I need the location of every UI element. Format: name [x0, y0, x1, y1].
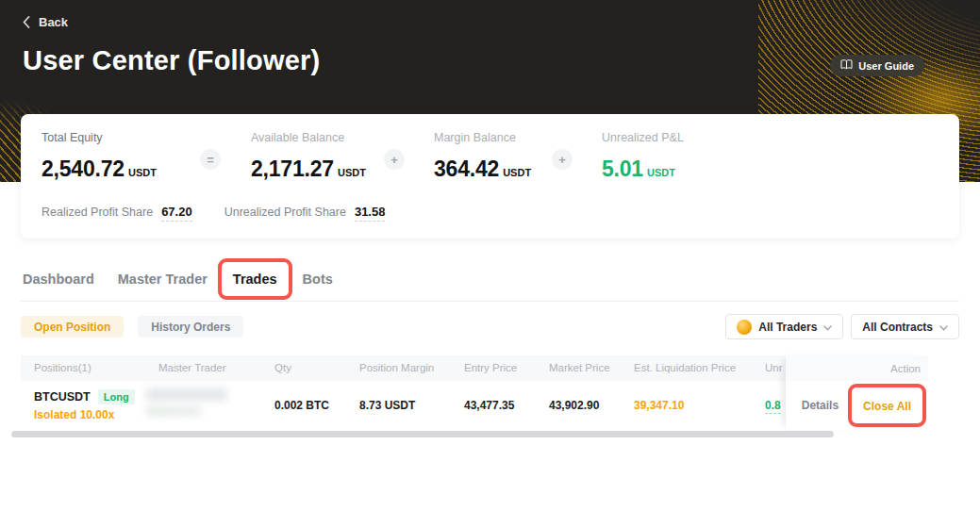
main-tabs: Dashboard Master Trader Trades Bots: [21, 239, 959, 302]
col-action: Action: [786, 355, 928, 381]
margin-mode-leverage: Isolated 10.00x: [34, 408, 135, 421]
stat-unit: USDT: [128, 167, 157, 178]
symbol: BTCUSDT: [34, 390, 91, 404]
user-guide-label: User Guide: [858, 60, 914, 72]
tab-bots[interactable]: Bots: [303, 272, 333, 287]
back-chevron-icon: [23, 16, 30, 28]
col-unrealized-truncated: Unr: [765, 362, 783, 373]
equity-summary-card: Total Equity 2,540.72USDT = Available Ba…: [21, 114, 959, 239]
unrealized-profit-share-label: Unrealized Profit Share: [224, 206, 346, 219]
all-traders-dropdown[interactable]: All Traders: [725, 314, 843, 339]
stat-value: 2,171.27: [251, 157, 334, 181]
subtabs: Open Position History Orders: [21, 316, 243, 338]
positions-table: Positions(1) Master Trader Qty Position …: [21, 355, 928, 430]
qty-value: 0.002 BTC: [274, 399, 329, 412]
annotation-box-trades: Trades: [218, 258, 292, 300]
entry-price-value: 43,477.35: [464, 399, 514, 412]
stat-unit: USDT: [647, 167, 675, 178]
table-row: BTCUSDT Long Isolated 10.00x 0.002 BTC 8…: [21, 381, 786, 430]
subtab-history-orders[interactable]: History Orders: [138, 316, 243, 338]
chevron-down-icon: [823, 321, 832, 334]
tab-trades[interactable]: Trades: [233, 272, 277, 287]
master-trader-blurred: [146, 388, 233, 422]
user-guide-button[interactable]: User Guide: [830, 55, 924, 76]
realized-profit-share-value[interactable]: 67.20: [161, 205, 192, 222]
stat-margin-balance: Margin Balance 364.42USDT: [434, 131, 531, 182]
col-entry-price: Entry Price: [464, 362, 517, 373]
position-cell: BTCUSDT Long Isolated 10.00x: [34, 389, 135, 421]
plus-icon: +: [552, 149, 573, 170]
all-contracts-label: All Contracts: [862, 321, 933, 334]
action-cell: Details Close All: [786, 381, 928, 430]
equals-icon: =: [200, 149, 221, 170]
stat-unrealized-pnl: Unrealized P&L 5.01USDT: [602, 131, 684, 182]
stat-value: 2,540.72: [42, 157, 125, 181]
realized-profit-share-label: Realized Profit Share: [42, 206, 153, 219]
tab-dashboard[interactable]: Dashboard: [23, 272, 94, 287]
profit-share-row: Realized Profit Share 67.20 Unrealized P…: [42, 205, 385, 222]
stat-unit: USDT: [338, 167, 366, 178]
all-traders-label: All Traders: [758, 321, 817, 334]
details-button[interactable]: Details: [802, 399, 839, 412]
close-all-button[interactable]: Close All: [863, 400, 911, 413]
trader-avatar: [737, 320, 752, 335]
stat-label: Available Balance: [251, 131, 366, 144]
subtab-open-position[interactable]: Open Position: [21, 316, 124, 338]
plus-icon: +: [384, 149, 405, 170]
stat-value: 364.42: [434, 157, 499, 181]
col-est-liquidation-price: Est. Liquidation Price: [634, 362, 736, 373]
unrealized-value-truncated[interactable]: 0.8: [765, 399, 781, 414]
annotation-box-close-all: Close All: [848, 384, 926, 427]
stat-available-balance: Available Balance 2,171.27USDT: [251, 131, 366, 182]
unrealized-profit-share-value[interactable]: 31.58: [355, 205, 386, 222]
horizontal-scrollbar-thumb[interactable]: [11, 431, 834, 437]
col-position-margin: Position Margin: [359, 362, 434, 373]
market-price-value: 43,902.90: [549, 399, 599, 412]
controls-row: Open Position History Orders All Traders…: [21, 314, 959, 339]
back-label: Back: [39, 15, 68, 29]
col-positions: Positions(1): [34, 362, 91, 373]
stat-unit: USDT: [503, 167, 531, 178]
col-master-trader: Master Trader: [158, 362, 226, 373]
book-icon: [840, 59, 853, 72]
table-sticky-action-column: Action Details Close All: [786, 355, 928, 430]
position-margin-value: 8.73 USDT: [359, 399, 415, 412]
table-scroll-region: Positions(1) Master Trader Qty Position …: [21, 355, 786, 430]
stat-label: Margin Balance: [434, 131, 531, 144]
est-liquidation-price-value: 39,347.10: [634, 399, 684, 412]
side-badge: Long: [98, 389, 135, 404]
table-header-row: Positions(1) Master Trader Qty Position …: [21, 355, 786, 381]
stat-value: 5.01: [602, 157, 643, 181]
all-contracts-dropdown[interactable]: All Contracts: [851, 314, 959, 339]
back-button[interactable]: Back: [0, 0, 85, 29]
filters: All Traders All Contracts: [725, 314, 959, 339]
col-market-price: Market Price: [549, 362, 610, 373]
tab-master-trader[interactable]: Master Trader: [118, 272, 208, 287]
chevron-down-icon: [939, 321, 948, 334]
col-qty: Qty: [274, 362, 291, 373]
stat-total-equity: Total Equity 2,540.72USDT: [42, 131, 157, 182]
stat-label: Total Equity: [42, 131, 157, 144]
stat-label: Unrealized P&L: [602, 131, 684, 144]
